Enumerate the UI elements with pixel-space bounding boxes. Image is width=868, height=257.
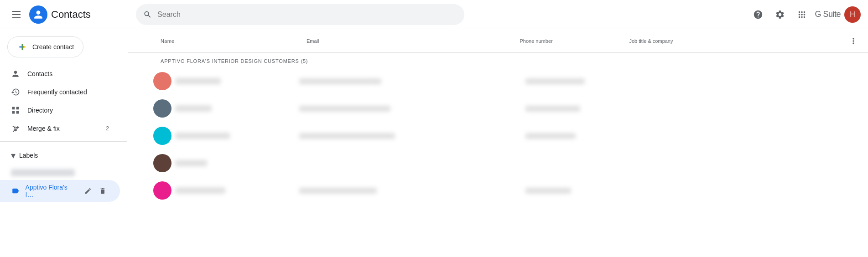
main-content: Name Email Phone number Job title & comp…: [128, 29, 868, 257]
contact-email-cell: [299, 188, 525, 194]
help-icon: [753, 10, 763, 20]
col-job-header: Job title & company: [629, 38, 843, 44]
app-name: Contacts: [51, 9, 91, 21]
col-more-header[interactable]: [842, 34, 861, 48]
create-contact-label: Create contact: [32, 43, 74, 51]
contact-phone-blur: [525, 78, 585, 84]
directory-label: Directory: [27, 107, 53, 114]
contact-email-cell: [299, 133, 525, 139]
search-bar[interactable]: [136, 4, 464, 25]
sidebar-item-directory[interactable]: Directory: [0, 101, 120, 119]
topbar-right: G Suite H: [749, 5, 861, 24]
delete-label-button[interactable]: [96, 185, 109, 197]
more-options-button[interactable]: [846, 34, 861, 48]
merge-fix-badge: 2: [106, 125, 109, 132]
labels-header[interactable]: ▾ Labels: [0, 145, 127, 165]
table-row[interactable]: [128, 177, 868, 204]
sidebar-nav: Contacts Frequently contacted Dire: [0, 65, 127, 138]
apps-button[interactable]: [793, 5, 811, 24]
contact-email-cell: [299, 78, 525, 84]
user-avatar[interactable]: H: [844, 6, 861, 23]
grid-icon: [11, 106, 20, 115]
table-header: Name Email Phone number Job title & comp…: [128, 29, 868, 53]
sidebar-item-frequently-contacted[interactable]: Frequently contacted: [0, 83, 120, 101]
label-item-actions: [82, 185, 109, 197]
person-icon: [11, 69, 20, 78]
contacts-list: APPTIVO FLORA'S INTERIOR DESIGN CUSTOMER…: [128, 53, 868, 257]
contact-name-blur: [175, 105, 212, 112]
contact-phone-cell: [525, 106, 635, 112]
topbar: Contacts G Suite H: [0, 0, 868, 29]
avatar: [153, 127, 172, 145]
apps-grid-icon: [797, 10, 807, 20]
clock-icon: [11, 87, 20, 97]
col-name-header: Name: [161, 38, 307, 44]
contact-phone-cell: [525, 133, 635, 139]
chevron-up-icon: ▾: [11, 150, 16, 161]
table-row[interactable]: [128, 67, 868, 95]
contact-phone-cell: [525, 188, 635, 194]
table-row[interactable]: [128, 95, 868, 122]
create-contact-button[interactable]: Create contact: [7, 36, 83, 57]
apptivo-floras-label: Apptivo Flora's I…: [26, 184, 76, 198]
contact-phone-blur: [525, 133, 576, 139]
layout: Create contact Contacts Frequen: [0, 29, 868, 257]
avatar: [153, 72, 172, 90]
contact-email-blur: [299, 78, 381, 84]
more-vert-icon: [849, 36, 858, 46]
contact-phone-blur: [525, 106, 580, 112]
search-icon: [143, 10, 152, 19]
gear-icon: [775, 10, 785, 20]
settings-button[interactable]: [771, 5, 789, 24]
app-avatar: [29, 5, 47, 24]
table-row[interactable]: [128, 149, 868, 177]
label-bookmark-icon: [11, 186, 20, 195]
sidebar-item-contacts[interactable]: Contacts: [0, 65, 120, 83]
contact-name-blur: [175, 133, 230, 139]
col-phone-header: Phone number: [520, 38, 629, 44]
contact-phone-blur: [525, 188, 571, 194]
search-input[interactable]: [157, 10, 457, 19]
contact-email-blur: [299, 106, 390, 112]
merge-icon: [11, 124, 20, 133]
contact-name-blur: [175, 160, 207, 166]
col-email-header: Email: [307, 38, 520, 44]
sidebar-divider: [0, 141, 127, 142]
contacts-label: Contacts: [27, 70, 52, 77]
contact-name-cell: [175, 187, 299, 194]
contact-email-cell: [299, 106, 525, 112]
hamburger-menu-button[interactable]: [7, 5, 26, 24]
contact-name-blur: [175, 78, 221, 84]
labels-header-label: Labels: [19, 152, 38, 159]
table-row[interactable]: [128, 122, 868, 149]
topbar-left: Contacts: [7, 5, 130, 24]
merge-fix-label: Merge & fix: [27, 125, 60, 132]
contact-name-cell: [175, 160, 299, 166]
contact-name-cell: [175, 78, 299, 84]
sidebar-item-apptivo-floras[interactable]: Apptivo Flora's I…: [0, 180, 120, 202]
contact-name-cell: [175, 133, 299, 139]
plus-icon: [17, 41, 28, 52]
avatar: [153, 99, 172, 118]
sidebar-item-merge-fix[interactable]: Merge & fix 2: [0, 119, 120, 138]
hamburger-icon: [11, 9, 22, 20]
blurred-label-item: [0, 165, 120, 180]
contact-name-blur: [175, 187, 225, 194]
avatar: [153, 154, 172, 172]
frequently-contacted-label: Frequently contacted: [27, 88, 87, 96]
contact-phone-cell: [525, 78, 635, 84]
contact-email-blur: [299, 133, 395, 139]
avatar: [153, 181, 172, 200]
sidebar: Create contact Contacts Frequen: [0, 29, 128, 257]
blurred-label-text: [11, 169, 75, 176]
edit-label-button[interactable]: [82, 185, 94, 197]
contact-name-cell: [175, 105, 299, 112]
group-header: APPTIVO FLORA'S INTERIOR DESIGN CUSTOMER…: [128, 53, 868, 67]
gsuite-label: G Suite: [815, 10, 841, 19]
contact-email-blur: [299, 188, 377, 194]
help-button[interactable]: [749, 5, 767, 24]
